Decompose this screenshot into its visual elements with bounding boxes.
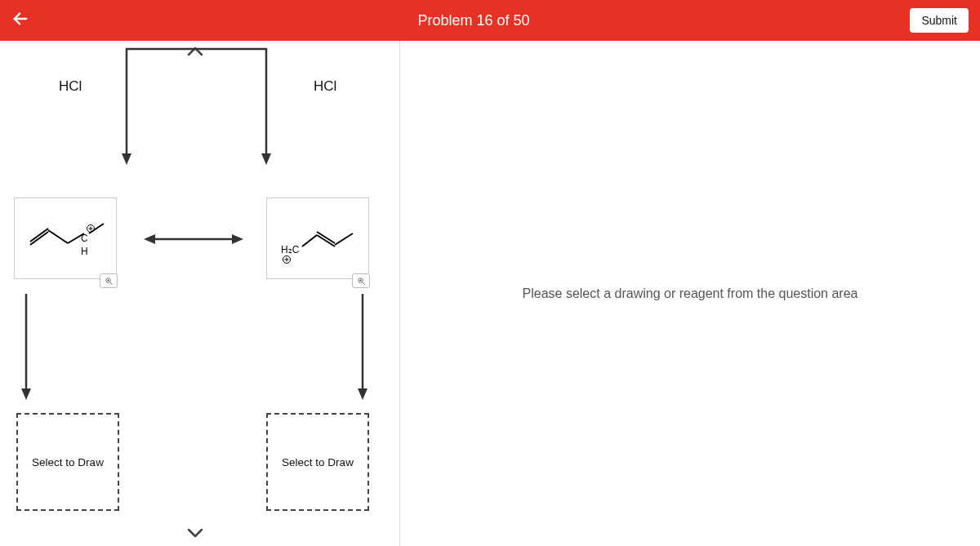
back-arrow-icon[interactable] [11,10,29,31]
svg-line-14 [109,282,112,284]
svg-marker-32 [21,388,31,400]
h-label: H [81,246,88,257]
h2c-label: H₂C [281,244,300,255]
structure-box-right[interactable]: H₂C [266,198,369,279]
submit-button[interactable]: Submit [910,8,969,33]
svg-marker-19 [232,234,243,244]
svg-line-6 [30,232,48,245]
c-label: C [81,233,88,244]
svg-line-7 [48,230,68,243]
problem-counter: Problem 16 of 50 [44,12,903,29]
app-header: Problem 16 of 50 Submit [0,0,980,41]
svg-line-28 [362,282,364,284]
reagent-label-left[interactable]: HCl [59,78,82,95]
svg-marker-34 [358,388,368,400]
draw-box-right[interactable]: Select to Draw [266,413,369,511]
draw-box-left[interactable]: Select to Draw [16,413,119,511]
reagent-label-right[interactable]: HCl [314,78,336,95]
svg-line-5 [30,229,48,242]
chevron-down-icon[interactable] [185,526,206,544]
svg-marker-2 [122,153,131,165]
question-area: HCl HCl C H [0,41,400,546]
svg-line-26 [335,233,353,245]
svg-marker-18 [144,234,155,244]
placeholder-message: Please select a drawing or reagent from … [523,286,858,301]
structure-box-left[interactable]: C H [14,198,117,279]
svg-line-23 [302,235,317,246]
answer-area: Please select a drawing or reagent from … [400,41,980,546]
svg-marker-4 [261,153,271,165]
